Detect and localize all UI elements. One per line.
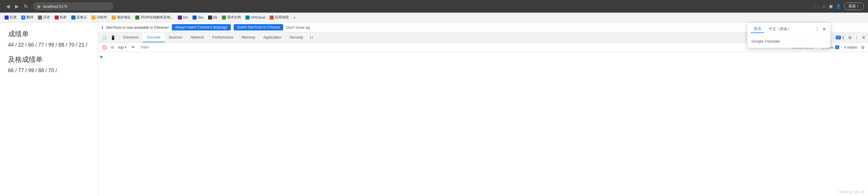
switch-devtools-button[interactable]: Switch DevTools to Chinese [234, 24, 283, 31]
update-button[interactable]: 更新！ [844, 3, 864, 10]
bookmark-bit[interactable]: Bit [206, 15, 220, 21]
blue-icon [71, 15, 75, 19]
bookmark-more[interactable]: » [291, 14, 298, 21]
tab-application[interactable]: Application [259, 33, 286, 42]
bookmark-baidu[interactable]: 百度 [2, 14, 19, 21]
devtools-close-button[interactable]: ✕ [861, 34, 866, 41]
blue-label: 蓝奏云 [76, 15, 87, 20]
forward-button[interactable]: ▶ [13, 2, 21, 11]
browser-actions: ⬛ ☆ ▣ 👤 更新！ [814, 3, 864, 10]
email-label: 私邮 [60, 15, 67, 20]
page-content: 成绩单 44 / 22 / 66 / 77 / 99 / 88 / 70 / 2… [0, 23, 98, 196]
eye-button[interactable]: 👁 [130, 44, 136, 50]
project-label: 项目地址 [117, 15, 131, 20]
dont-show-text[interactable]: Don't show ag [286, 25, 310, 30]
bookmark-jira[interactable]: Jira [190, 15, 206, 21]
tab-network[interactable]: Network [186, 33, 208, 42]
appguard-label: 应用加固 [275, 15, 289, 20]
docs-icon [222, 15, 226, 19]
console-expand-arrow-icon[interactable]: ▶ [100, 54, 103, 58]
bookmark-blue[interactable]: 蓝奏云 [69, 14, 89, 21]
translate-label: 翻译 [27, 15, 33, 20]
toolbar-separator-1 [137, 44, 138, 50]
profile-button[interactable]: 👤 [836, 4, 841, 9]
message-icon: 🗨 [836, 36, 841, 39]
issues-icon: 1 [835, 45, 839, 49]
page-data-2: 66 / 77 / 99 / 88 / 70 / [8, 68, 90, 74]
json-label: JSON在线解析及格... [141, 15, 173, 20]
console-area: ▶ [98, 52, 868, 196]
devtools-settings-button[interactable]: ⚙ [847, 35, 853, 41]
apicloud-icon [246, 15, 250, 19]
devtools-more-button[interactable]: ⋮ [854, 35, 860, 41]
translate-popup-close-button[interactable]: ✕ [822, 26, 827, 33]
devtools-tab-overflow: 🗨 1 ⚙ ⋮ ✕ [834, 34, 868, 41]
oa-label: OA [183, 15, 188, 19]
json-icon [135, 15, 139, 19]
filter-toggle-button[interactable]: ⊘ [110, 44, 115, 50]
bookmark-translate[interactable]: 译 翻译 [19, 14, 36, 21]
console-settings-button[interactable]: ⚙ [860, 44, 866, 50]
console-issues-button[interactable]: 🗨 1 [834, 35, 846, 41]
tab-li[interactable]: Li [307, 33, 316, 42]
tab-elements[interactable]: Elements [119, 33, 143, 42]
docs-label: 需求文档 [227, 15, 241, 20]
apicloud-label: APICloud [251, 15, 265, 19]
dropdown-arrow-icon: ▼ [124, 46, 127, 49]
hidden-count-label: 4 hidden [842, 45, 859, 50]
history-label: 历史 [43, 15, 50, 20]
translate-popup-header: 英语 中文（简体） ⋮ ✕ [747, 23, 830, 36]
bookmark-oa[interactable]: OA [176, 15, 190, 21]
notification-text: DevTools is now available in Chinese! [106, 25, 169, 30]
translate-tab-zh[interactable]: 中文（简体） [766, 25, 794, 33]
tab-console[interactable]: Console [143, 33, 165, 42]
top-context-selector[interactable]: top ▼ [117, 44, 129, 50]
translate-popup: 英语 中文（简体） ⋮ ✕ Google Translate [747, 23, 831, 48]
baidu-icon [5, 15, 9, 19]
match-language-button[interactable]: Always match Chrome's language [172, 24, 231, 31]
tab-performance[interactable]: Performance [208, 33, 238, 42]
baidu-label: 百度 [10, 15, 17, 20]
bookmark-star-button[interactable]: ☆ [822, 4, 826, 9]
bookmark-appguard[interactable]: 应用加固 [267, 14, 291, 21]
browser-chrome: ◀ ▶ ↻ 🔒 localhost:5173 ⬛ ☆ ▣ 👤 更新！ [0, 0, 868, 13]
issues-count-label: 1 [842, 36, 844, 40]
cast-button[interactable]: ⬛ [814, 4, 819, 9]
jira-icon [192, 15, 196, 19]
refresh-button[interactable]: ↻ [22, 2, 30, 11]
bookmark-json[interactable]: JSON在线解析及格... [133, 14, 176, 21]
tab-memory[interactable]: Memory [238, 33, 259, 42]
bookmark-history[interactable]: 历史 [36, 14, 52, 21]
bit-label: Bit [213, 15, 217, 19]
google-translate-label: Google Translate [751, 39, 780, 43]
bookmark-apicloud[interactable]: APICloud [243, 15, 268, 21]
bookmark-email[interactable]: 私邮 [52, 14, 69, 21]
page-data-1: 44 / 22 / 66 / 77 / 99 / 88 / 70 / 21 / [8, 42, 90, 48]
url-text: localhost:5173 [43, 4, 67, 9]
page-footer: CSDN @几何小演 [839, 190, 865, 194]
bookmarks-bar: 百度 译 翻译 历史 私邮 蓝奏云 UI组件 项目地址 JSON在线解析及格..… [0, 13, 868, 23]
address-bar[interactable]: 🔒 localhost:5173 [33, 2, 114, 10]
email-icon [55, 15, 59, 19]
bookmark-ui[interactable]: UI组件 [89, 14, 110, 21]
project-icon [112, 15, 116, 19]
tab-sources[interactable]: Sources [165, 33, 186, 42]
bookmark-project[interactable]: 项目地址 [110, 14, 133, 21]
device-button[interactable]: 📱 [109, 34, 117, 41]
main-area: 成绩单 44 / 22 / 66 / 77 / 99 / 88 / 70 / 2… [0, 23, 868, 196]
bookmark-docs[interactable]: 需求文档 [220, 14, 243, 21]
tab-security[interactable]: Security [285, 33, 307, 42]
translate-tab-en[interactable]: 英语 [751, 25, 764, 33]
appguard-icon [270, 15, 274, 19]
oa-icon [178, 15, 182, 19]
page-heading-1: 成绩单 [8, 29, 90, 39]
history-icon [38, 15, 42, 19]
lock-icon: 🔒 [37, 5, 41, 8]
translate-more-button[interactable]: ⋮ [814, 26, 820, 33]
clear-console-button[interactable]: 🚫 [100, 44, 108, 50]
inspect-button[interactable]: ⬜ [100, 34, 108, 41]
bit-icon [208, 15, 212, 19]
filter-input[interactable] [139, 44, 789, 50]
sidebar-button[interactable]: ▣ [829, 4, 833, 9]
back-button[interactable]: ◀ [4, 2, 12, 11]
